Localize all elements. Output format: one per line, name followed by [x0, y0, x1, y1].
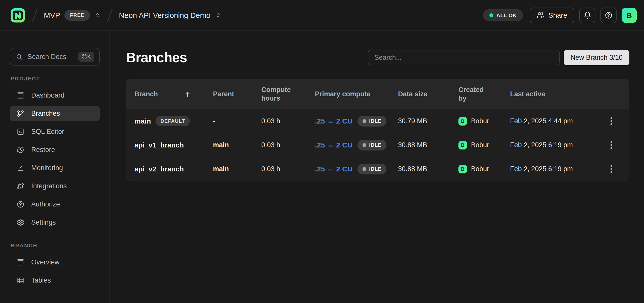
- table-row-api_v1_branch[interactable]: api_v1_branchmain0.03 h.25 ↔ 2 CUIDLE30.…: [126, 133, 629, 157]
- compute-state-badge: IDLE: [357, 140, 386, 150]
- compute-hours-cell: 0.03 h: [261, 165, 315, 173]
- row-menu-button[interactable]: [607, 162, 615, 176]
- sidebar-item-branches[interactable]: Branches: [10, 106, 100, 121]
- selector-icon: [94, 12, 101, 19]
- compute-state-label: IDLE: [369, 142, 381, 148]
- row-menu-button[interactable]: [607, 138, 615, 152]
- column-label: Created by: [458, 86, 489, 103]
- project-name: Neon API Versioning Demo: [119, 11, 210, 20]
- creator-avatar: B: [458, 141, 467, 149]
- sidebar-item-tables[interactable]: Tables: [10, 273, 100, 288]
- section-label: PROJECT: [11, 76, 100, 82]
- data-size-value: 30.79 MB: [398, 117, 427, 125]
- compute-state-badge: IDLE: [357, 116, 386, 127]
- sidebar-item-authorize[interactable]: Authorize: [10, 197, 100, 212]
- column-header-created-by[interactable]: Created by: [458, 86, 510, 103]
- primary-compute-cell: .25 ↔ 2 CUIDLE: [315, 140, 398, 150]
- last-active-value: Feb 2, 2025 6:19 pm: [510, 165, 573, 173]
- branch-cell: api_v1_branch: [134, 141, 213, 149]
- breadcrumb-divider: [32, 9, 38, 22]
- column-header-primary-compute[interactable]: Primary compute: [315, 90, 398, 99]
- column-header-branch[interactable]: Branch: [134, 90, 213, 99]
- column-header-last-active[interactable]: Last active: [510, 90, 598, 99]
- sidebar-item-settings[interactable]: Settings: [10, 215, 100, 230]
- status-dot-icon: [489, 13, 493, 17]
- notifications-button[interactable]: [579, 8, 595, 23]
- sidebar-item-integrations[interactable]: Integrations: [10, 178, 100, 194]
- breadcrumb: MVP FREE Neon API Versioning Demo: [10, 7, 222, 23]
- user-circle-icon: [17, 200, 24, 208]
- created-by-cell: BBobur: [458, 117, 510, 126]
- sidebar-item-overview[interactable]: Overview: [10, 255, 100, 270]
- share-label: Share: [548, 11, 567, 19]
- created-by-cell: BBobur: [458, 165, 510, 173]
- creator-name: Bobur: [471, 117, 489, 125]
- sidebar-item-label: Overview: [31, 258, 60, 266]
- search-docs-button[interactable]: Search Docs ⌘K: [10, 48, 100, 66]
- app-shell: Search Docs ⌘K PROJECTDashboardBranchesS…: [0, 31, 644, 303]
- compute-size-link[interactable]: .25 ↔ 2 CU: [315, 165, 352, 173]
- sidebar-item-label: Monitoring: [31, 164, 63, 172]
- integrations-icon: [17, 182, 24, 190]
- data-size-cell: 30.88 MB: [398, 165, 458, 173]
- compute-size-link[interactable]: .25 ↔ 2 CU: [315, 141, 352, 149]
- sidebar-item-sql-editor[interactable]: SQL Editor: [10, 124, 100, 139]
- parent-branch-name: main: [213, 165, 229, 173]
- users-icon: [537, 11, 545, 19]
- main-content: Branches New Branch 3/10 BranchParentCom…: [110, 31, 644, 303]
- last-active-cell: Feb 2, 2025 6:19 pm: [510, 165, 598, 173]
- table-body: mainDEFAULT-0.03 h.25 ↔ 2 CUIDLE30.79 MB…: [126, 109, 629, 181]
- branch-name: api_v1_branch: [134, 141, 184, 149]
- share-button[interactable]: Share: [530, 8, 574, 23]
- compute-hours-value: 0.03 h: [261, 141, 280, 149]
- column-header-parent[interactable]: Parent: [213, 90, 261, 99]
- parent-cell: -: [213, 117, 261, 125]
- neon-logo-icon[interactable]: [10, 7, 26, 23]
- sidebar-item-monitoring[interactable]: Monitoring: [10, 160, 100, 175]
- column-header-data-size[interactable]: Data size: [398, 90, 458, 99]
- column-label: Primary compute: [315, 90, 371, 99]
- help-button[interactable]: [600, 8, 617, 23]
- compute-state-badge: IDLE: [357, 164, 386, 174]
- sort-ascending-icon[interactable]: [184, 90, 191, 98]
- sidebar-item-label: Restore: [31, 146, 55, 154]
- section-label: BRANCH: [11, 243, 100, 249]
- branch-cell: mainDEFAULT: [134, 116, 213, 126]
- sidebar-item-restore[interactable]: Restore: [10, 142, 100, 157]
- branch-icon: [17, 110, 24, 117]
- browser-icon: [17, 258, 24, 266]
- column-header-compute-hours[interactable]: Compute hours: [261, 86, 315, 103]
- user-avatar[interactable]: B: [622, 8, 637, 23]
- sidebar-item-dashboard[interactable]: Dashboard: [10, 88, 100, 103]
- compute-size-link[interactable]: .25 ↔ 2 CU: [315, 117, 352, 125]
- project-selector[interactable]: Neon API Versioning Demo: [119, 11, 222, 20]
- search-docs-label: Search Docs: [27, 53, 66, 61]
- row-menu-button[interactable]: [607, 114, 615, 128]
- table-row-api_v2_branch[interactable]: api_v2_branchmain0.03 h.25 ↔ 2 CUIDLE30.…: [126, 157, 629, 181]
- sidebar-item-label: Tables: [31, 277, 51, 284]
- default-badge: DEFAULT: [156, 116, 190, 126]
- plan-badge: FREE: [64, 10, 90, 21]
- data-size-cell: 30.79 MB: [398, 117, 458, 125]
- created-by-cell: BBobur: [458, 141, 510, 149]
- creator-avatar: B: [458, 117, 467, 126]
- new-branch-button[interactable]: New Branch 3/10: [564, 50, 629, 65]
- sidebar-item-label: Integrations: [31, 182, 67, 190]
- compute-hours-cell: 0.03 h: [261, 141, 315, 149]
- gear-icon: [17, 219, 24, 226]
- sidebar-item-label: Authorize: [31, 200, 60, 208]
- parent-cell: main: [213, 165, 261, 173]
- branch-search-input[interactable]: [368, 50, 560, 65]
- data-size-cell: 30.88 MB: [398, 141, 458, 149]
- terminal-icon: [17, 128, 24, 136]
- idle-dot-icon: [363, 119, 366, 123]
- header-actions: ALL OK Share B: [483, 8, 637, 23]
- keyboard-shortcut-badge: ⌘K: [78, 52, 94, 62]
- creator-name: Bobur: [471, 165, 489, 173]
- data-size-value: 30.88 MB: [398, 165, 427, 173]
- row-actions-cell: [598, 162, 625, 176]
- org-selector[interactable]: MVP FREE: [44, 10, 101, 21]
- table-row-main[interactable]: mainDEFAULT-0.03 h.25 ↔ 2 CUIDLE30.79 MB…: [126, 109, 629, 133]
- branch-name: api_v2_branch: [134, 165, 184, 173]
- status-pill[interactable]: ALL OK: [483, 9, 523, 21]
